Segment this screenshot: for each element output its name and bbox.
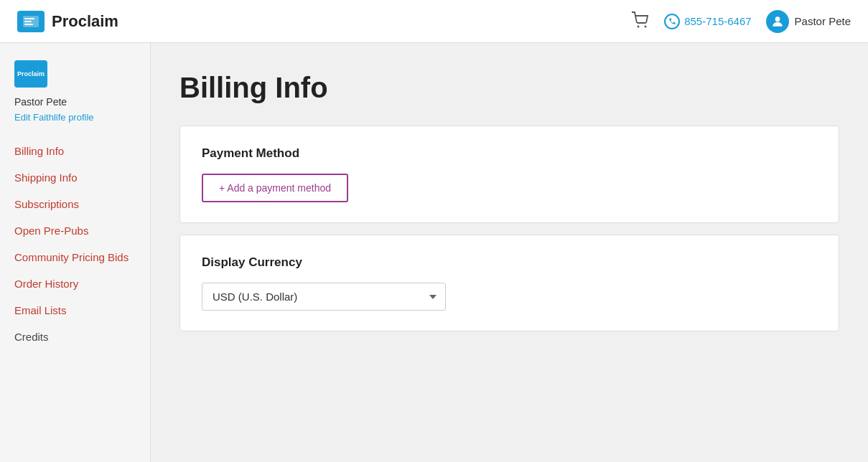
user-name: Pastor Pete xyxy=(795,15,851,27)
sidebar-item-subscriptions[interactable]: Subscriptions xyxy=(0,191,150,217)
svg-rect-1 xyxy=(24,18,34,19)
svg-rect-3 xyxy=(24,24,33,25)
logo-text: Proclaim xyxy=(52,12,118,31)
svg-point-5 xyxy=(645,25,647,27)
layout: Proclaim Pastor Pete Edit Faithlife prof… xyxy=(0,43,868,462)
sidebar-item-billing-info[interactable]: Billing Info xyxy=(0,138,150,164)
payment-method-card: Payment Method + Add a payment method xyxy=(179,126,839,223)
sidebar-user-name: Pastor Pete xyxy=(14,96,136,108)
svg-point-4 xyxy=(638,25,640,27)
svg-rect-2 xyxy=(24,21,32,22)
sidebar-item-order-history[interactable]: Order History xyxy=(0,270,150,297)
proclaim-badge: Proclaim xyxy=(14,60,47,88)
cart-icon[interactable] xyxy=(631,11,650,32)
phone-number: 855-715-6467 xyxy=(684,15,751,27)
logo[interactable]: Proclaim xyxy=(17,11,118,32)
sidebar-item-community-pricing-bids[interactable]: Community Pricing Bids xyxy=(0,244,150,270)
sidebar-profile: Proclaim Pastor Pete Edit Faithlife prof… xyxy=(0,60,150,138)
sidebar: Proclaim Pastor Pete Edit Faithlife prof… xyxy=(0,43,151,462)
display-currency-card: Display Currency USD (U.S. Dollar) EUR (… xyxy=(179,235,839,331)
user-section[interactable]: Pastor Pete xyxy=(766,10,851,33)
proclaim-badge-text: Proclaim xyxy=(17,70,45,77)
sidebar-item-email-lists[interactable]: Email Lists xyxy=(0,297,150,324)
main-content: Billing Info Payment Method + Add a paym… xyxy=(151,43,868,462)
svg-point-6 xyxy=(775,16,780,22)
logo-icon xyxy=(17,11,45,32)
payment-card-title: Payment Method xyxy=(202,146,817,161)
currency-select[interactable]: USD (U.S. Dollar) EUR (Euro) GBP (Britis… xyxy=(202,283,446,311)
avatar xyxy=(766,10,789,33)
page-title: Billing Info xyxy=(179,72,839,104)
sidebar-nav: Billing Info Shipping Info Subscriptions… xyxy=(0,138,150,350)
edit-profile-link[interactable]: Edit Faithlife profile xyxy=(14,112,94,123)
sidebar-item-open-pre-pubs[interactable]: Open Pre-Pubs xyxy=(0,217,150,244)
phone-icon xyxy=(664,14,680,29)
header: Proclaim 855-715-6467 xyxy=(0,0,868,43)
currency-card-title: Display Currency xyxy=(202,255,817,270)
sidebar-item-shipping-info[interactable]: Shipping Info xyxy=(0,164,150,191)
header-right: 855-715-6467 Pastor Pete xyxy=(631,10,851,33)
phone-section[interactable]: 855-715-6467 xyxy=(664,14,751,29)
add-payment-button[interactable]: + Add a payment method xyxy=(202,174,348,202)
sidebar-item-credits[interactable]: Credits xyxy=(0,324,150,350)
